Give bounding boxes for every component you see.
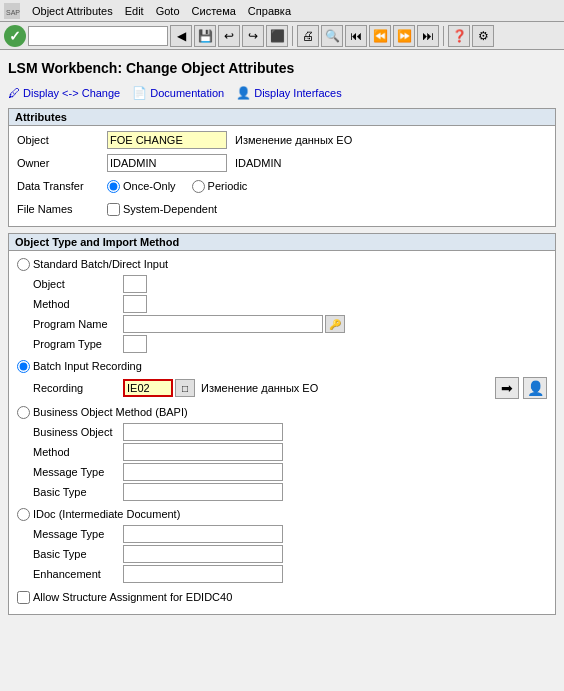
display-interfaces-link[interactable]: 👤 Display Interfaces [236, 86, 341, 100]
back-button[interactable]: ◀ [170, 25, 192, 47]
toolbar: ✓ ◀ 💾 ↩ ↪ ⬛ 🖨 🔍 ⏮ ⏪ ⏩ ⏭ ❓ ⚙ [0, 22, 564, 50]
recording-search-btn[interactable]: □ [175, 379, 195, 397]
batch-input-radio[interactable] [17, 360, 30, 373]
std-method-input[interactable] [123, 295, 147, 313]
idoc-message-type-label: Message Type [33, 528, 123, 540]
bapi-message-type-label: Message Type [33, 466, 123, 478]
help-button[interactable]: ❓ [448, 25, 470, 47]
bapi-business-object-label: Business Object [33, 426, 123, 438]
system-dependent-checkbox[interactable] [107, 203, 120, 216]
documentation-icon: 📄 [132, 86, 147, 100]
periodic-label: Periodic [208, 180, 248, 192]
recording-input[interactable] [123, 379, 173, 397]
documentation-label: Documentation [150, 87, 224, 99]
batch-input-label: Batch Input Recording [33, 360, 142, 372]
data-transfer-label: Data Transfer [17, 180, 107, 192]
standard-batch-option[interactable]: Standard Batch/Direct Input [17, 258, 168, 271]
menu-edit[interactable]: Edit [125, 5, 144, 17]
bapi-business-object-input[interactable] [123, 423, 283, 441]
bapi-method-input[interactable] [123, 443, 283, 461]
recording-nav-btn[interactable]: ➡ [495, 377, 519, 399]
settings-button[interactable]: ⚙ [472, 25, 494, 47]
idoc-basic-type-row: Basic Type [17, 545, 547, 563]
display-change-label: Display <-> Change [23, 87, 120, 99]
object-type-header: Object Type and Import Method [9, 234, 555, 251]
menu-bar: SAP Object Attributes Edit Goto Система … [0, 0, 564, 22]
bapi-basic-type-input[interactable] [123, 483, 283, 501]
stop-button[interactable]: ⬛ [266, 25, 288, 47]
documentation-link[interactable]: 📄 Documentation [132, 86, 224, 100]
allow-structure-label: Allow Structure Assignment for EDIDC40 [33, 591, 232, 603]
recording-label: Recording [33, 382, 123, 394]
periodic-option[interactable]: Periodic [192, 180, 248, 193]
allow-structure-row: Allow Structure Assignment for EDIDC40 [17, 587, 547, 607]
bapi-method-row: Method [17, 443, 547, 461]
prev-button[interactable]: ⏪ [369, 25, 391, 47]
program-name-input[interactable] [123, 315, 323, 333]
allow-structure-checkbox[interactable] [17, 591, 30, 604]
standard-batch-radio[interactable] [17, 258, 30, 271]
idoc-message-type-input[interactable] [123, 525, 283, 543]
bapi-business-object-row: Business Object [17, 423, 547, 441]
last-button[interactable]: ⏭ [417, 25, 439, 47]
object-description: Изменение данных ЕО [235, 134, 352, 146]
redo-button[interactable]: ↪ [242, 25, 264, 47]
data-transfer-options: Once-Only Periodic [107, 180, 247, 193]
business-object-row: Business Object Method (BAPI) [17, 403, 547, 421]
object-label: Object [17, 134, 107, 146]
business-object-option[interactable]: Business Object Method (BAPI) [17, 406, 188, 419]
menu-goto[interactable]: Goto [156, 5, 180, 17]
business-object-radio[interactable] [17, 406, 30, 419]
recording-description: Изменение данных ЕО [201, 382, 318, 394]
undo-button[interactable]: ↩ [218, 25, 240, 47]
program-type-input[interactable] [123, 335, 147, 353]
separator-1 [292, 26, 293, 46]
standard-batch-row: Standard Batch/Direct Input [17, 255, 547, 273]
program-name-label: Program Name [33, 318, 123, 330]
print-button[interactable]: 🖨 [297, 25, 319, 47]
idoc-enhancement-row: Enhancement [17, 565, 547, 583]
batch-input-option[interactable]: Batch Input Recording [17, 360, 142, 373]
std-method-row: Method [17, 295, 547, 313]
system-dependent-option[interactable]: System-Dependent [107, 203, 217, 216]
file-names-row: File Names System-Dependent [17, 199, 547, 219]
idoc-radio[interactable] [17, 508, 30, 521]
menu-sistema[interactable]: Система [192, 5, 236, 17]
first-button[interactable]: ⏮ [345, 25, 367, 47]
std-object-input[interactable] [123, 275, 147, 293]
menu-object-attributes[interactable]: Object Attributes [32, 5, 113, 17]
display-change-link[interactable]: 🖊 Display <-> Change [8, 86, 120, 100]
allow-structure-option[interactable]: Allow Structure Assignment for EDIDC40 [17, 591, 232, 604]
display-change-icon: 🖊 [8, 86, 20, 100]
ok-button[interactable]: ✓ [4, 25, 26, 47]
page-title: LSM Workbench: Change Object Attributes [8, 56, 556, 80]
idoc-message-type-row: Message Type [17, 525, 547, 543]
main-content: LSM Workbench: Change Object Attributes … [0, 50, 564, 627]
idoc-option[interactable]: IDoc (Intermediate Document) [17, 508, 180, 521]
program-name-search-btn[interactable]: 🔑 [325, 315, 345, 333]
bapi-message-type-input[interactable] [123, 463, 283, 481]
save-button[interactable]: 💾 [194, 25, 216, 47]
once-only-radio[interactable] [107, 180, 120, 193]
recording-person-btn[interactable]: 👤 [523, 377, 547, 399]
idoc-enhancement-label: Enhancement [33, 568, 123, 580]
recording-row: Recording □ Изменение данных ЕО ➡ 👤 [17, 377, 547, 399]
find-button[interactable]: 🔍 [321, 25, 343, 47]
standard-batch-label: Standard Batch/Direct Input [33, 258, 168, 270]
once-only-option[interactable]: Once-Only [107, 180, 176, 193]
periodic-radio[interactable] [192, 180, 205, 193]
bapi-basic-type-label: Basic Type [33, 486, 123, 498]
action-bar: 🖊 Display <-> Change 📄 Documentation 👤 D… [8, 86, 556, 100]
next-button[interactable]: ⏩ [393, 25, 415, 47]
command-input[interactable] [28, 26, 168, 46]
idoc-basic-type-input[interactable] [123, 545, 283, 563]
owner-label: Owner [17, 157, 107, 169]
display-interfaces-label: Display Interfaces [254, 87, 341, 99]
owner-input[interactable] [107, 154, 227, 172]
object-input[interactable] [107, 131, 227, 149]
once-only-label: Once-Only [123, 180, 176, 192]
idoc-row: IDoc (Intermediate Document) [17, 505, 547, 523]
business-object-label: Business Object Method (BAPI) [33, 406, 188, 418]
menu-spravka[interactable]: Справка [248, 5, 291, 17]
idoc-enhancement-input[interactable] [123, 565, 283, 583]
